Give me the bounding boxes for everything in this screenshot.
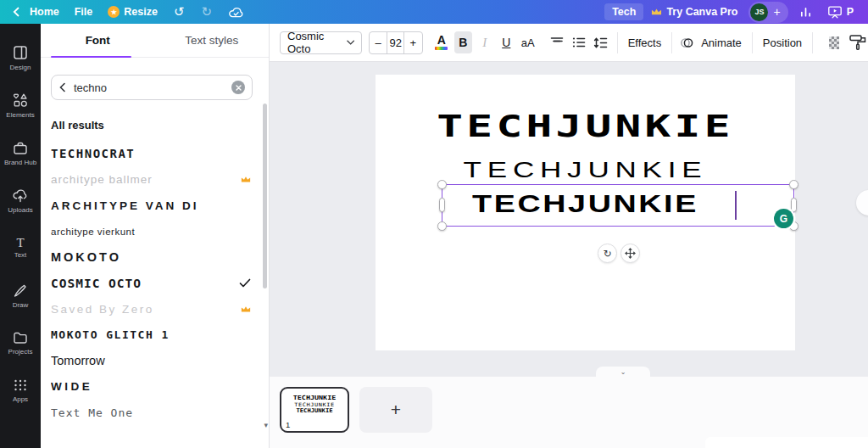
search-back-icon[interactable] — [58, 82, 66, 92]
font-size-value[interactable]: 92 — [387, 32, 404, 53]
underline-button[interactable]: U — [498, 31, 515, 53]
font-search-box[interactable]: techno — [51, 75, 253, 100]
avatar[interactable]: JS — [750, 3, 768, 21]
canva-editor: Home File ★ Resize ↺ ↻ Tech Try Canva Pr… — [0, 0, 868, 448]
transparency-button[interactable] — [829, 36, 839, 49]
font-result-text-me-one[interactable]: Text Me One — [41, 400, 263, 426]
add-page-button[interactable]: + — [359, 387, 432, 433]
sidebar-item-design[interactable]: Design — [0, 34, 41, 81]
design-icon — [12, 44, 29, 61]
selection-box[interactable] — [442, 184, 794, 227]
back-chevron-icon[interactable] — [7, 4, 22, 20]
pro-crown-icon — [241, 176, 251, 183]
rainbow-color-bar — [435, 47, 448, 50]
font-family-dropdown[interactable]: Cosmic Octo — [280, 31, 362, 54]
text-element-architype[interactable]: TECHJUNKIE — [302, 157, 868, 183]
line-spacing-button[interactable] — [592, 31, 609, 53]
sidebar-item-brand-hub[interactable]: Brand Hub — [0, 129, 41, 176]
copy-style-icon[interactable] — [849, 34, 868, 51]
design-title[interactable]: Tech — [604, 3, 643, 20]
sidebar-item-text[interactable]: T Text — [0, 224, 41, 272]
font-result-saved-by-zero[interactable]: Saved By Zero — [41, 296, 263, 322]
pro-crown-icon — [241, 305, 251, 313]
move-handle[interactable] — [620, 244, 640, 263]
font-result-architype-ballmer[interactable]: architype ballmer — [41, 167, 263, 193]
font-result-mokoto-glitch[interactable]: MOKOTO GLITCH 1 — [41, 322, 263, 349]
draw-icon — [12, 283, 29, 299]
pro-star-icon: ★ — [108, 6, 120, 18]
undo-icon[interactable]: ↺ — [165, 3, 193, 21]
insights-icon[interactable] — [792, 3, 820, 20]
animate-icon — [680, 36, 694, 49]
tab-font[interactable]: Font — [41, 24, 155, 57]
font-size-decrease-button[interactable]: – — [370, 32, 387, 53]
font-result-architype-van-di[interactable]: ARCHITYPE VAN DI — [41, 193, 263, 219]
sidebar-item-elements[interactable]: Elements — [0, 81, 41, 129]
animate-button[interactable]: Animate — [680, 36, 744, 49]
text-case-button[interactable]: aA — [520, 31, 537, 53]
position-button[interactable]: Position — [760, 36, 804, 49]
projects-icon — [12, 330, 29, 345]
alignment-button[interactable] — [548, 31, 566, 53]
font-result-architype-vierkunt[interactable]: architype vierkunt — [41, 219, 263, 245]
panel-scrollbar[interactable] — [263, 73, 267, 443]
font-results-list: TECHNOCRAT architype ballmer ARCHITYPE V… — [41, 141, 263, 426]
uploads-icon — [12, 188, 29, 204]
font-result-technocrat[interactable]: TECHNOCRAT — [41, 141, 263, 167]
list-button[interactable] — [570, 31, 588, 53]
page-number: 1 — [286, 420, 290, 429]
text-toolbar: Cosmic Octo – 92 + A B I U aA Effects — [270, 24, 868, 62]
cloud-save-icon — [220, 3, 252, 21]
present-button[interactable]: P — [820, 3, 861, 21]
resize-button[interactable]: ★ Resize — [100, 3, 165, 20]
font-result-mokoto[interactable]: MOKOTO — [41, 244, 263, 271]
resize-handle-top-right[interactable] — [789, 180, 798, 189]
text-cursor — [735, 191, 737, 220]
resize-handle-right[interactable] — [791, 198, 797, 212]
font-size-increase-button[interactable]: + — [404, 32, 421, 53]
selected-check-icon — [239, 278, 251, 288]
font-size-stepper: – 92 + — [369, 31, 423, 54]
scrollbar-thumb[interactable] — [263, 104, 267, 288]
home-button[interactable]: Home — [22, 3, 67, 20]
resize-handle-top-left[interactable] — [437, 180, 447, 189]
left-sidebar: Design Elements Brand Hub Uploads T Text… — [0, 24, 41, 448]
top-bar: Home File ★ Resize ↺ ↻ Tech Try Canva Pr… — [0, 0, 868, 24]
collapse-panel-tab[interactable]: ⌄ — [596, 367, 650, 377]
text-icon: T — [16, 237, 24, 249]
page-thumbnail-1[interactable]: TECHJUNKIE TECHJUNKIE TECHJUNKIE 1 — [280, 387, 349, 433]
bottom-right-sheet — [705, 437, 868, 448]
font-search-input[interactable]: techno — [74, 81, 224, 94]
results-header: All results — [51, 119, 104, 132]
font-result-wide[interactable]: WIDE — [41, 374, 263, 400]
scroll-down-icon[interactable]: ▾ — [264, 421, 268, 429]
text-color-button[interactable]: A — [433, 31, 451, 53]
bold-button[interactable]: B — [454, 31, 472, 53]
rotate-handle[interactable]: ↻ — [598, 244, 617, 263]
tab-text-styles[interactable]: Text styles — [155, 24, 270, 57]
apps-icon — [13, 378, 28, 393]
add-member-button[interactable]: + — [773, 5, 780, 19]
text-element-technocrat[interactable]: TECHJUNKIE — [287, 109, 868, 143]
resize-handle-left[interactable] — [439, 198, 445, 212]
grammarly-badge[interactable]: G — [774, 209, 793, 228]
sidebar-item-projects[interactable]: Projects — [0, 319, 41, 367]
try-canva-pro-button[interactable]: Try Canva Pro — [643, 3, 745, 20]
chevron-down-icon — [347, 40, 354, 45]
font-panel: Font Text styles techno All results TECH… — [41, 24, 270, 448]
font-result-tomorrow[interactable]: Tomorrow — [41, 348, 263, 374]
clear-search-icon[interactable] — [231, 81, 245, 94]
sidebar-item-draw[interactable]: Draw — [0, 272, 41, 319]
resize-handle-bottom-left[interactable] — [437, 221, 447, 231]
redo-icon[interactable]: ↻ — [192, 3, 220, 21]
brand-hub-icon — [12, 140, 29, 156]
sidebar-item-apps[interactable]: Apps — [0, 367, 41, 414]
file-menu-button[interactable]: File — [67, 3, 101, 20]
design-page[interactable]: TECHJUNKIE TECHJUNKIE TECHJUNKIE G ↻ — [376, 75, 795, 350]
italic-button[interactable]: I — [476, 31, 494, 53]
sidebar-item-uploads[interactable]: Uploads — [0, 176, 41, 224]
font-result-cosmic-octo[interactable]: COSMIC OCTO — [41, 271, 263, 297]
canvas-workspace[interactable]: TECHJUNKIE TECHJUNKIE TECHJUNKIE G ↻ — [270, 62, 868, 376]
crown-icon — [651, 8, 662, 16]
effects-button[interactable]: Effects — [626, 36, 665, 49]
